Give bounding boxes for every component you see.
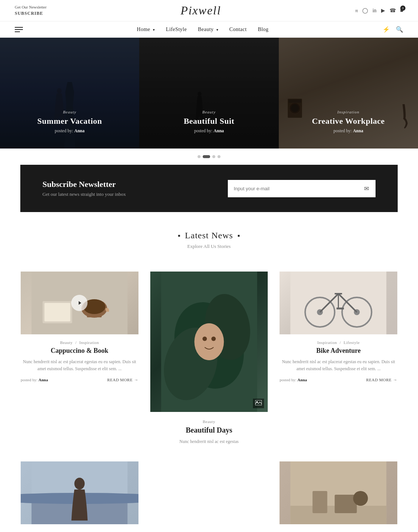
svg-marker-12 xyxy=(79,301,81,305)
slide-3-title: Creative Workplace xyxy=(279,116,418,126)
category-beauty[interactable]: Beauty xyxy=(60,340,73,345)
linkedin-icon[interactable]: in xyxy=(373,8,377,14)
svg-point-0 xyxy=(57,88,62,93)
hamburger-menu[interactable] xyxy=(15,27,23,32)
category-inspiration[interactable]: Inspiration xyxy=(79,340,99,345)
cart-badge: 0 xyxy=(400,6,405,11)
main-nav: Home ▾ LifeStyle Beauty ▾ Contact Blog ⚡… xyxy=(0,21,418,38)
slide-3[interactable]: Inspiration Creative Workplace posted by… xyxy=(279,38,418,149)
news-card-3-excerpt: Nunc hendrerit nisl ac est placerat eges… xyxy=(280,358,397,372)
news-card-3: Inspiration / Lifestyle Bike Adventure N… xyxy=(274,272,403,461)
slide-2-author: posted by: Anna xyxy=(139,128,278,134)
slide-3-author: posted by: Anna xyxy=(279,128,418,134)
dot-3[interactable] xyxy=(212,155,215,158)
news-card-3-read-more[interactable]: READ MORE → xyxy=(366,378,397,382)
news-card-1-image[interactable] xyxy=(21,272,138,334)
image-gallery-icon[interactable] xyxy=(253,399,264,408)
news-card-3-title: Bike Adventure xyxy=(280,347,397,355)
svg-rect-38 xyxy=(313,491,328,513)
slide-2[interactable]: Beauty Beautiful Suit posted by: Anna xyxy=(139,38,278,149)
news-card-1: Beauty / Inspiration Cappuccino & Book N… xyxy=(15,272,144,461)
news-card-2-image[interactable] xyxy=(150,272,268,412)
news-card-2-info: Beauty Beautiful Days Nunc hendrerit nis… xyxy=(150,419,268,445)
news-card-2-title: Beautiful Days xyxy=(150,426,268,434)
news-card-2: Beauty Beautiful Days Nunc hendrerit nis… xyxy=(144,272,274,461)
youtube-icon[interactable]: ▶ xyxy=(381,7,385,14)
news-card-1-author: posted by: Anna xyxy=(21,378,48,382)
newsletter-section: Subscribe Newsletter Get our latest news… xyxy=(20,165,398,212)
news-card-2-excerpt: Nunc hendrerit nisl ac est egestas xyxy=(150,438,268,445)
svg-point-1 xyxy=(198,92,201,96)
news-card-6-image[interactable] xyxy=(280,461,397,524)
news-card-1-title: Cappuccino & Book xyxy=(21,347,138,355)
slide-2-title: Beautiful Suit xyxy=(139,116,278,126)
news-card-5-spacer xyxy=(144,461,274,532)
latest-news-subtitle: Explore All Us Stories xyxy=(15,243,403,249)
news-card-4 xyxy=(15,461,144,532)
nav-contact[interactable]: Contact xyxy=(229,27,247,33)
newsletter-left: Subscribe Newsletter Get our latest news… xyxy=(42,180,126,197)
news-card-1-read-more[interactable]: READ MORE → xyxy=(107,378,138,382)
cart-icon[interactable]: ■ 0 xyxy=(400,8,403,14)
latest-news-header: Latest News Explore All Us Stories xyxy=(0,212,418,272)
latest-news-title: Latest News xyxy=(15,231,403,241)
nav-right-icons: ⚡ 🔍 xyxy=(383,26,403,33)
nav-blog[interactable]: Blog xyxy=(258,27,268,33)
whatsapp-icon[interactable]: ☎ xyxy=(390,7,396,14)
svg-rect-11 xyxy=(87,315,102,317)
category-lifestyle[interactable]: Lifestyle xyxy=(343,340,360,345)
news-card-6 xyxy=(274,461,403,532)
news-grid-bottom xyxy=(0,461,418,532)
svg-point-35 xyxy=(74,478,85,490)
dot-1[interactable] xyxy=(198,155,201,158)
top-bar: Get Our Newsletter SUBSCRIBE Pixwell 𝔫 ◯… xyxy=(0,0,418,21)
news-card-1-excerpt: Nunc hendrerit nisl ac est placerat eges… xyxy=(21,358,138,372)
nav-home[interactable]: Home ▾ xyxy=(137,27,155,33)
slide-3-category: Inspiration xyxy=(279,110,418,114)
newsletter-email-input[interactable] xyxy=(228,181,357,197)
pinterest-icon[interactable]: 𝔫 xyxy=(355,8,358,14)
newsletter-form: ✉ xyxy=(228,180,376,197)
subscribe-label[interactable]: SUBSCRIBE xyxy=(15,10,47,17)
news-card-2-categories: Beauty xyxy=(150,419,268,424)
site-logo[interactable]: Pixwell xyxy=(181,4,221,17)
svg-point-18 xyxy=(202,337,207,341)
dot-2[interactable] xyxy=(203,155,210,158)
slide-1[interactable]: Beauty Summer Vacation posted by: Anna xyxy=(0,38,139,149)
slider-dots xyxy=(0,149,418,165)
svg-point-19 xyxy=(211,337,216,341)
nav-beauty[interactable]: Beauty ▾ xyxy=(198,27,218,33)
newsletter-submit-button[interactable]: ✉ xyxy=(357,180,376,197)
slide-2-overlay: Beauty Beautiful Suit posted by: Anna xyxy=(139,110,278,134)
news-card-3-image[interactable] xyxy=(280,272,397,334)
nav-links: Home ▾ LifeStyle Beauty ▾ Contact Blog xyxy=(137,27,269,33)
news-card-3-footer: posted by: Anna READ MORE → xyxy=(280,378,397,382)
slide-1-category: Beauty xyxy=(0,110,139,114)
news-card-4-image[interactable] xyxy=(21,461,138,524)
svg-point-17 xyxy=(194,323,224,360)
slide-2-category: Beauty xyxy=(139,110,278,114)
slide-3-overlay: Inspiration Creative Workplace posted by… xyxy=(279,110,418,134)
news-card-1-categories: Beauty / Inspiration xyxy=(21,340,138,345)
dot-4[interactable] xyxy=(217,155,220,158)
news-card-3-author: posted by: Anna xyxy=(280,378,307,382)
search-icon[interactable]: 🔍 xyxy=(396,26,403,33)
newsletter-label: Get Our Newsletter xyxy=(15,4,47,10)
news-card-1-footer: posted by: Anna READ MORE → xyxy=(21,378,138,382)
newsletter-promo: Get Our Newsletter SUBSCRIBE xyxy=(15,4,47,16)
svg-rect-8 xyxy=(44,303,70,321)
svg-rect-5 xyxy=(288,100,301,103)
slide-1-author: posted by: Anna xyxy=(0,128,139,134)
newsletter-subtitle: Get our latest news straight into your i… xyxy=(42,191,126,197)
slide-1-overlay: Beauty Summer Vacation posted by: Anna xyxy=(0,110,139,134)
slide-1-title: Summer Vacation xyxy=(0,116,139,126)
news-card-3-categories: Inspiration / Lifestyle xyxy=(280,340,397,345)
category-beauty-2[interactable]: Beauty xyxy=(203,419,215,424)
lightning-icon[interactable]: ⚡ xyxy=(383,26,390,33)
category-inspiration-2[interactable]: Inspiration xyxy=(317,340,337,345)
social-icons-bar: 𝔫 ◯ in ▶ ☎ ■ 0 xyxy=(355,7,403,14)
play-button[interactable] xyxy=(71,295,88,311)
instagram-icon[interactable]: ◯ xyxy=(362,7,368,14)
nav-lifestyle[interactable]: LifeStyle xyxy=(166,27,187,33)
hero-slider: Beauty Summer Vacation posted by: Anna B… xyxy=(0,38,418,149)
